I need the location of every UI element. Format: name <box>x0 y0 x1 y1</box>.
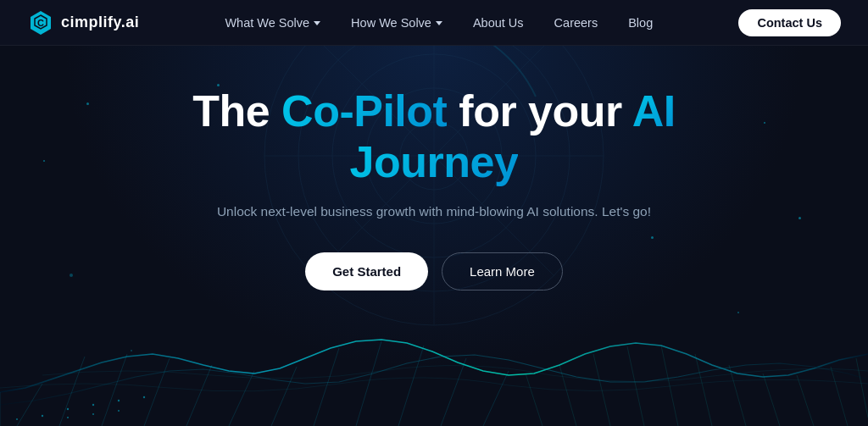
chevron-down-icon <box>314 21 320 25</box>
chevron-down-icon <box>436 21 442 25</box>
learn-more-button[interactable]: Learn More <box>442 252 563 290</box>
logo-text: cimplify.ai <box>61 14 139 31</box>
nav-item-blog[interactable]: Blog <box>628 16 653 30</box>
nav-label-how-we-solve: How We Solve <box>351 16 431 30</box>
svg-line-18 <box>314 348 339 426</box>
svg-point-37 <box>92 404 94 406</box>
svg-line-32 <box>763 373 780 426</box>
hero-section: The Co-Pilot for your AI Journey Unlock … <box>0 46 868 426</box>
svg-point-40 <box>67 417 69 418</box>
svg-point-42 <box>118 410 120 412</box>
nav-item-about-us[interactable]: About Us <box>473 16 524 30</box>
svg-line-16 <box>229 371 254 426</box>
nav-item-careers[interactable]: Careers <box>554 16 598 30</box>
svg-line-31 <box>729 365 746 426</box>
hero-title-line2: Journey <box>350 137 519 186</box>
svg-line-19 <box>356 341 381 426</box>
logo-link[interactable]: C cimplify.ai <box>27 9 139 36</box>
hero-buttons: Get Started Learn More <box>192 252 676 290</box>
svg-line-33 <box>797 375 814 426</box>
svg-text:C: C <box>37 18 44 28</box>
svg-line-12 <box>59 357 85 426</box>
svg-point-43 <box>42 415 43 417</box>
svg-line-23 <box>17 384 42 426</box>
svg-line-17 <box>271 367 297 426</box>
nav-label-blog: Blog <box>628 16 653 30</box>
svg-line-35 <box>856 358 868 418</box>
nav-label-about-us: About Us <box>473 16 524 30</box>
svg-point-39 <box>143 396 145 398</box>
nav-item-how-we-solve[interactable]: How We Solve <box>351 16 442 30</box>
svg-line-20 <box>398 346 424 426</box>
hero-title-part1: The <box>192 86 281 136</box>
svg-line-22 <box>483 371 509 426</box>
contact-us-button[interactable]: Contact Us <box>738 9 841 36</box>
nav-item-what-we-solve[interactable]: What We Solve <box>225 16 320 30</box>
hero-title-cyan2: AI <box>632 86 676 136</box>
svg-line-27 <box>593 354 610 426</box>
hero-title-cyan1: Co-Pilot <box>281 86 447 136</box>
svg-point-38 <box>118 400 120 401</box>
svg-line-30 <box>695 354 712 426</box>
svg-line-15 <box>186 365 212 426</box>
svg-line-28 <box>627 346 644 426</box>
svg-line-34 <box>831 367 848 426</box>
hero-subtitle: Unlock next-level business growth with m… <box>192 202 676 223</box>
svg-line-21 <box>441 358 466 426</box>
svg-line-26 <box>559 365 576 426</box>
nav-label-careers: Careers <box>554 16 598 30</box>
nav-links: What We Solve How We Solve About Us Care… <box>225 16 653 30</box>
svg-line-14 <box>144 358 170 426</box>
svg-line-25 <box>526 373 542 426</box>
navbar: C cimplify.ai What We Solve How We Solve… <box>0 0 868 46</box>
nav-label-what-we-solve: What We Solve <box>225 16 309 30</box>
get-started-button[interactable]: Get Started <box>305 252 428 290</box>
svg-point-44 <box>16 418 18 420</box>
logo-icon: C <box>27 9 54 36</box>
svg-point-36 <box>67 408 69 410</box>
hero-content: The Co-Pilot for your AI Journey Unlock … <box>192 86 676 290</box>
svg-point-41 <box>92 413 94 415</box>
svg-line-13 <box>102 354 127 426</box>
wave-visualization <box>0 316 868 426</box>
hero-title-part2: for your <box>447 86 632 136</box>
svg-line-29 <box>661 346 678 426</box>
hero-title: The Co-Pilot for your AI Journey <box>192 86 676 188</box>
